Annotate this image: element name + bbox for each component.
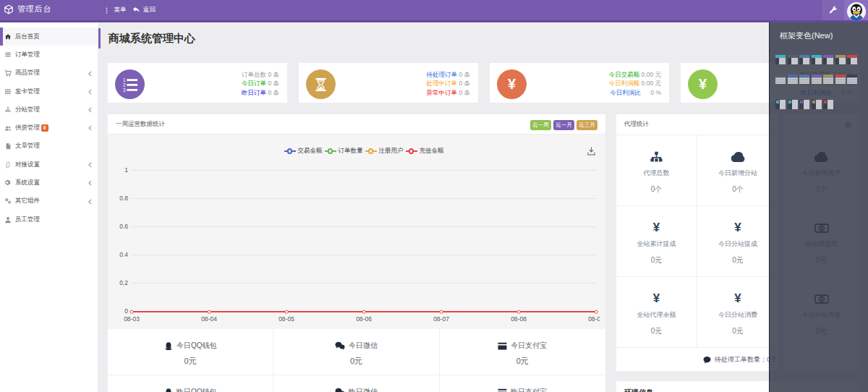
- svg-text:2: 2: [122, 82, 125, 88]
- svg-text:1: 1: [122, 77, 125, 82]
- svg-text:3: 3: [122, 88, 125, 93]
